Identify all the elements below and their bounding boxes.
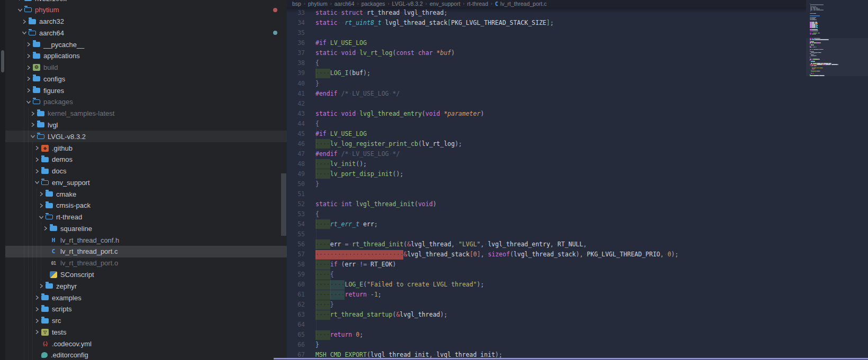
tree-row-rt-thread[interactable]: rt-thread (5, 211, 287, 223)
code-line-65[interactable]: 65····return·0; (287, 330, 868, 340)
explorer-scrollbar-thumb[interactable] (281, 173, 286, 236)
code-line-38[interactable]: 38{ (287, 58, 868, 68)
chevron-right-icon[interactable] (17, 0, 23, 2)
tree-row-kernel-samples-latest[interactable]: kernel_samples-latest (5, 108, 287, 119)
line-number[interactable]: 47 (287, 150, 305, 158)
tree-row--pycache-[interactable]: __pycache__ (5, 39, 287, 50)
chevron-right-icon[interactable] (38, 191, 44, 197)
code-line-61[interactable]: 61········return·-1; (287, 290, 868, 300)
line-number[interactable]: 42 (287, 100, 305, 107)
line-number[interactable]: 50 (287, 180, 305, 188)
tree-row-demos[interactable]: demos (5, 154, 287, 165)
breadcrumb-item-env-support[interactable]: env_support (430, 1, 460, 7)
tree-row-figures[interactable]: figures (5, 85, 287, 96)
line-number[interactable]: 60 (287, 281, 305, 288)
line-number[interactable]: 36 (287, 39, 305, 47)
chevron-right-icon[interactable] (34, 329, 40, 335)
tree-row-env-support[interactable]: env_support (5, 177, 287, 188)
chevron-right-icon[interactable] (34, 145, 40, 151)
tree-row-docs[interactable]: docs (5, 165, 287, 177)
line-number[interactable]: 34 (287, 19, 305, 26)
tree-row-zephyr[interactable]: zephyr (5, 280, 287, 292)
code-line-63[interactable]: 63····rt_thread_startup(&lvgl_thread); (287, 310, 868, 320)
code-line-50[interactable]: 50} (287, 179, 868, 189)
tree-row-examples[interactable]: examples (5, 292, 287, 303)
line-number[interactable]: 46 (287, 140, 305, 147)
chevron-right-icon[interactable] (42, 225, 49, 232)
tree-row-lv-rt-thread-port-o[interactable]: 01lv_rt_thread_port.o (5, 257, 287, 269)
tree-row-lv-rt-thread-conf-h[interactable]: Hlv_rt_thread_conf.h (5, 234, 287, 246)
code-line-36[interactable]: 36#if·LV_USE_LOG (287, 38, 868, 48)
line-number[interactable]: 57 (287, 251, 305, 258)
code-line-64[interactable]: 64 (287, 320, 868, 330)
chevron-right-icon[interactable] (25, 41, 32, 48)
chevron-down-icon[interactable] (30, 133, 36, 140)
code-line-37[interactable]: 37static·void·lv_rt_log(const·char·*buf) (287, 48, 868, 58)
line-number[interactable]: 45 (287, 130, 305, 137)
chevron-down-icon[interactable] (17, 7, 23, 13)
code-line-41[interactable]: 41#endif·/*·LV_USE_LOG·*/ (287, 89, 868, 99)
tree-row-cmsis-pack[interactable]: cmsis-pack (5, 200, 287, 211)
chevron-down-icon[interactable] (34, 179, 40, 186)
chevron-right-icon[interactable] (34, 306, 40, 312)
line-number[interactable]: 64 (287, 321, 305, 328)
line-number[interactable]: 53 (287, 210, 305, 218)
chevron-down-icon[interactable] (21, 30, 28, 36)
code-line-66[interactable]: 66} (287, 340, 868, 350)
line-number[interactable]: 59 (287, 271, 305, 278)
line-number[interactable]: 66 (287, 341, 305, 348)
code-line-62[interactable]: 62····} (287, 300, 868, 310)
breadcrumb-item-phytium[interactable]: phytium (308, 1, 328, 7)
line-number[interactable]: 38 (287, 59, 305, 67)
line-number[interactable]: 58 (287, 261, 305, 268)
tree-row-squareline[interactable]: squareline (5, 223, 287, 234)
chevron-right-icon[interactable] (30, 110, 36, 117)
code-line-48[interactable]: 48····lv_init(); (287, 159, 868, 169)
line-number[interactable]: 39 (287, 69, 305, 77)
chevron-right-icon[interactable] (38, 202, 44, 209)
line-number[interactable]: 65 (287, 331, 305, 338)
chevron-right-icon[interactable] (38, 283, 44, 289)
code-editor[interactable]: 33static·struct·rt_thread·lvgl_thread;34… (287, 0, 868, 360)
code-line-40[interactable]: 40} (287, 79, 868, 89)
breadcrumb-item-lvgl-v8-3-2[interactable]: LVGL-v8.3.2 (392, 1, 423, 7)
code-area[interactable]: 33static·struct·rt_thread·lvgl_thread;34… (287, 0, 868, 360)
tree-row--codecov-yml[interactable]: {..}.codecov.yml (5, 338, 287, 349)
tree-row-build[interactable]: ⚙build (5, 62, 287, 73)
line-number[interactable]: 63 (287, 311, 305, 318)
tree-row-cmake[interactable]: cmake (5, 188, 287, 200)
chevron-right-icon[interactable] (25, 53, 32, 59)
tree-row-scripts[interactable]: scripts (5, 303, 287, 315)
tree-row-tests[interactable]: ▽tests (5, 326, 287, 338)
code-line-60[interactable]: 60········LOG_E("Failed·to·create·LVGL·t… (287, 280, 868, 290)
code-line-44[interactable]: 44{ (287, 119, 868, 129)
tree-row-lvgl-v8-3-2[interactable]: LVGL-v8.3.2 (5, 131, 287, 142)
line-number[interactable]: 62 (287, 301, 305, 308)
sidebar-left-scrollbar-thumb[interactable] (1, 50, 4, 72)
line-number[interactable]: 48 (287, 160, 305, 168)
breadcrumb-item-lv-rt-thread-port-c[interactable]: lv_rt_thread_port.c (500, 1, 547, 7)
chevron-down-icon[interactable] (38, 214, 44, 220)
code-line-57[interactable]: 57························&lvgl_thread_s… (287, 250, 868, 260)
tree-row-applications[interactable]: applications (5, 50, 287, 62)
breadcrumb[interactable]: bsp›phytium›aarch64›packages›LVGL-v8.3.2… (287, 0, 806, 7)
tree-row-aarch32[interactable]: aarch32 (5, 16, 287, 27)
code-line-35[interactable]: 35 (287, 28, 868, 38)
breadcrumb-item-aarch64[interactable]: aarch64 (334, 1, 355, 7)
code-line-39[interactable]: 39····LOG_I(buf); (287, 68, 868, 78)
code-line-54[interactable]: 54····rt_err_t·err; (287, 219, 868, 229)
chevron-right-icon[interactable] (34, 294, 40, 301)
tree-row-phytium[interactable]: phytium (5, 4, 287, 16)
minimap-viewport[interactable] (806, 38, 868, 76)
chevron-right-icon[interactable] (25, 87, 32, 94)
chevron-right-icon[interactable] (34, 318, 40, 324)
line-number[interactable]: 41 (287, 90, 305, 97)
code-line-46[interactable]: 46····lv_log_register_print_cb(lv_rt_log… (287, 139, 868, 149)
minimap[interactable] (806, 0, 868, 360)
line-number[interactable]: 54 (287, 220, 305, 228)
line-number[interactable]: 37 (287, 49, 305, 57)
tree-row--editorconfig[interactable]: .editorconfig (5, 349, 287, 360)
breadcrumb-item-bsp[interactable]: bsp (292, 1, 301, 7)
code-line-53[interactable]: 53{ (287, 209, 868, 219)
chevron-right-icon[interactable] (34, 168, 40, 174)
